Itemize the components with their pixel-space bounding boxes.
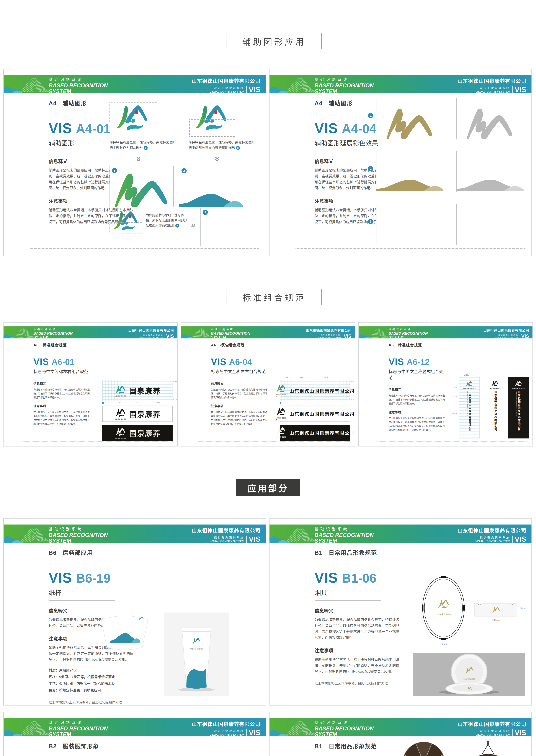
slide-content-area: 大美徂徕 盛世国泉 山东徂徕山国泉康养有限公司 Shandong Culaish…: [358, 322, 532, 446]
brand-tagline: 大美徂徕 盛世国泉: [115, 418, 126, 420]
slide-page: 基础识别系统 BASED RECOGNITIONSYSTEM 山东徂徕山国泉康养…: [3, 712, 266, 756]
brand-calligraphy-text: 国泉康养: [129, 385, 161, 396]
arrow-right-icon: »: [191, 220, 196, 230]
section-title-standard-combination: 标准组合规范: [226, 289, 322, 305]
slide-content-area: 为保持品牌形象统一性与传播，采取标志图形的上部分作为辅助图形1 为保持品牌形象统…: [4, 69, 266, 256]
vi-manual-showcase-page: 辅助图形应用 标准组合规范 应用部分 基础识别系统 BASED RECOGNIT…: [0, 0, 536, 756]
slide-page: 基础识别系统 BASED RECOGNITIONSYSTEM 山东徂徕山国泉康养…: [3, 322, 178, 446]
vertical-logo-combo: 大美徂徕 盛世国泉 山东徂徕山国泉康养有限公司 Shandong Culaish…: [508, 377, 529, 439]
slide-content-area: 123: [270, 69, 531, 256]
slide-page: 基础识别系统 BASED RECOGNITIONSYSTEM 山东徂徕山国泉康养…: [358, 322, 533, 446]
vis-slide-a6-01: 基础识别系统 BASED RECOGNITIONSYSTEM 山东徂徕山国泉康养…: [3, 322, 178, 446]
brand-logo: [276, 426, 286, 436]
brand-tagline: 大美徂徕 盛世国泉: [115, 437, 126, 439]
arrow-down-icon: »: [134, 156, 145, 161]
step-number-badge: 1: [368, 113, 373, 118]
vis-slide-b1-06-ashtray: 基础识别系统 BASED RECOGNITIONSYSTEM 山东徂徕山国泉康养…: [269, 518, 532, 706]
brand-tagline: 大美徂徕 盛世国泉: [488, 387, 502, 389]
company-name-vertical: 山东徂徕山国泉康养有限公司: [517, 391, 521, 431]
step-number-badge: 2: [182, 168, 186, 173]
dimension-label: 6a: [351, 389, 353, 391]
brand-calligraphy-text: 国泉康养: [129, 427, 161, 438]
section-title-text: 标准组合规范: [243, 291, 306, 303]
contour-mountain-graphic: [382, 245, 438, 245]
dimension-label: 1.6a: [300, 377, 303, 379]
vis-slide-a6-12: 基础识别系统 BASED RECOGNITIONSYSTEM 山东徂徕山国泉康养…: [358, 322, 533, 446]
brand-tagline: 大美徂徕 盛世国泉: [276, 394, 286, 398]
derivation-caption: 为保持品牌形象统一性与传播，采取标志图形的中间部分延展而来的辅助图形3: [146, 213, 189, 228]
aux-color-variant-box: [376, 98, 444, 139]
dimension-label: 0.85a: [174, 380, 178, 382]
company-name-en-vertical: Shandong Culaishan Guoquan Health Care C…: [492, 391, 494, 431]
derivation-caption: 为保持品牌形象统一性与传播，采取标志图形的中间部分延展而来的辅助图形2: [188, 140, 256, 150]
aux-graphic-box-3: 3: [200, 208, 261, 246]
top-divider-left: [0, 6, 265, 6]
aux-hills-shape: [179, 186, 243, 207]
step-number-badge: 1: [144, 146, 148, 150]
section-title-application: 应用部分: [236, 479, 300, 496]
arrow-down-icon: »: [213, 156, 223, 161]
slide-page: 基础识别系统 BASED RECOGNITIONSYSTEM 山东徂徕山国泉康养…: [3, 518, 266, 706]
brand-logo: [276, 407, 286, 417]
dimension-label: 10.25a: [464, 374, 469, 376]
ashtray-top-diagram: 大美徂徕 盛世国泉: [421, 575, 466, 641]
section-title-auxiliary-graphics: 辅助图形应用: [226, 33, 322, 49]
step-number-badge: 3: [203, 210, 208, 215]
dimension-label: 100mm: [474, 619, 518, 622]
derivation-caption: 为保持品牌形象统一性与传播，采取标志图形的上部分作为辅助图形1: [110, 140, 177, 150]
svg-text:大美徂徕 盛世国泉: 大美徂徕 盛世国泉: [190, 648, 203, 650]
contour-mountain-graphic: [462, 245, 519, 245]
logo-combo-black-on-white: 大美徂徕 盛世国泉 国泉康养: [102, 406, 173, 422]
slide-content-area: 大美徂徕 盛世国泉 国泉康养 大美徂徕 盛世国泉 国泉康养 大美徂徕 盛世国泉 …: [4, 322, 177, 446]
aux-color-variant-box: [376, 151, 444, 192]
slide-content-area: [270, 712, 531, 756]
logo-combo-white-on-black: 大美徂徕 盛世国泉 山东徂徕山国泉康养有限公司: [280, 425, 350, 441]
brand-logo: [515, 380, 522, 387]
brand-tagline: 大美徂徕 盛世国泉: [463, 387, 476, 390]
slide-content-area: [4, 712, 266, 756]
aux-color-variant-box: [456, 151, 524, 192]
logo-combo-grid: 大美徂徕 盛世国泉 国泉康养: [102, 380, 173, 402]
brand-calligraphy-text: 山东徂徕山国泉康养有限公司: [289, 429, 354, 436]
logo-combo-grid: 大美徂徕 盛世国泉 山东徂徕山国泉康养有限公司: [280, 380, 350, 402]
logo-combo-white-on-black: 大美徂徕 盛世国泉 国泉康养: [102, 425, 173, 441]
top-divider-right: [271, 6, 536, 6]
slide-page: 基础识别系统 BASED RECOGNITIONSYSTEM 山东徂徕山国泉康养…: [269, 518, 532, 706]
slide-page: 基础识别系统 BASED RECOGNITIONSYSTEM 山东徂徕山国泉康养…: [269, 69, 532, 256]
dimension-label: 57.7a: [324, 377, 328, 379]
aux-mountain-shape: [113, 171, 170, 207]
brand-calligraphy-text: 山东徂徕山国泉康养有限公司: [289, 387, 354, 394]
aux-graphic-box-2: 2: [179, 166, 243, 207]
aux-graphic-box-1: 1: [110, 166, 174, 207]
vis-slide-b1-06-umbrella: 基础识别系统 BASED RECOGNITIONSYSTEM 山东徂徕山国泉康养…: [269, 712, 532, 756]
vis-slide-a4-01: 基础识别系统 BASED RECOGNITIONSYSTEM 山东徂徕山国泉康养…: [3, 69, 266, 256]
dimension-label: 24.8a: [156, 402, 160, 404]
umbrella-side-view: [458, 741, 518, 756]
dimension-label: 0.79a: [174, 399, 178, 400]
dimension-label: a: [103, 402, 104, 404]
umbrella-top-view: [401, 740, 447, 756]
extract-highlight-top: [110, 102, 157, 122]
aux-hills-shape: [456, 173, 523, 191]
brand-logo: [115, 426, 127, 437]
vertical-logo-combo: 大美徂徕 盛世国泉 山东徂徕山国泉康养有限公司 Shandong Culaish…: [459, 377, 480, 439]
step-number-badge: 2: [236, 146, 240, 150]
aux-color-variant-box: [456, 204, 524, 245]
aux-hills-shape: [377, 173, 444, 191]
aux-mountain-shape: [385, 106, 435, 139]
brand-logo: [465, 380, 473, 387]
slide-page: 基础识别系统 BASED RECOGNITIONSYSTEM 山东徂徕山国泉康养…: [181, 322, 355, 446]
dimension-label: 1.2a: [351, 380, 354, 382]
slide-content-area: 大美徂徕 盛世国泉: [4, 519, 266, 705]
step-number-badge: 3: [175, 224, 179, 228]
logo-combo-black-on-white: 大美徂徕 盛世国泉 山东徂徕山国泉康养有限公司: [280, 406, 350, 422]
ashtray-photo: 大美徂徕 盛世国泉: [413, 653, 525, 696]
extract-highlight-middle: [189, 119, 235, 137]
brand-tagline: 大美徂徕 盛世国泉: [512, 387, 525, 389]
extract-highlight-middle: [110, 222, 142, 233]
step-number-badge: 2: [368, 166, 373, 171]
aux-color-variant-box: [376, 204, 444, 245]
brand-tagline: 大美徂徕 盛世国泉: [276, 417, 286, 421]
section-title-text: 应用部分: [248, 481, 288, 494]
vertical-logo-combo: 大美徂徕 盛世国泉 山东徂徕山国泉康养有限公司 Shandong Culaish…: [485, 377, 505, 439]
